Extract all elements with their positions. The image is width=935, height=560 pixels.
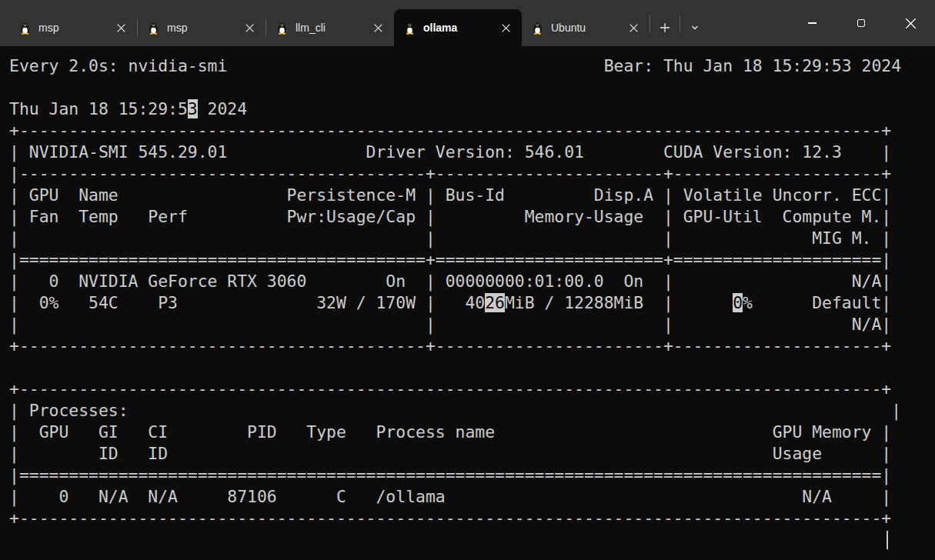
terminal-cursor [887, 531, 888, 549]
linux-tux-penguin-icon [18, 22, 32, 35]
plus-icon [660, 22, 670, 33]
tab-llm_cli[interactable]: llm_cli [266, 9, 394, 46]
terminal-line: | GPU GI CI PID Type Process name GPU Me… [9, 422, 935, 443]
terminal-line: | 0 NVIDIA GeForce RTX 3060 On | 0000000… [9, 271, 935, 292]
linux-tux-penguin-icon [403, 22, 416, 35]
diff-highlight: 0 [733, 293, 743, 312]
tab-label: llm_cli [296, 22, 362, 34]
terminal-line: | | | N/A| [9, 314, 935, 335]
tab-close-button[interactable] [241, 19, 258, 36]
linux-tux-penguin-icon [531, 22, 544, 35]
window-controls [787, 0, 935, 46]
terminal-line: | 0 N/A N/A 87106 C /ollama N/A | [9, 486, 935, 508]
tab-label: msp [167, 22, 234, 34]
terminal-line: | Fan Temp Perf Pwr:Usage/Cap | Memory-U… [9, 206, 935, 228]
watch-interval-command: Every 2.0s: nvidia-smi [9, 55, 227, 77]
tab-dropdown-button[interactable] [680, 9, 710, 46]
maximize-button[interactable] [836, 0, 886, 46]
close-icon [905, 18, 917, 29]
terminal-line: | NVIDIA-SMI 545.29.01 Driver Version: 5… [9, 142, 935, 163]
terminal-line [9, 77, 935, 98]
watch-header: Every 2.0s: nvidia-smi Bear: Thu Jan 18 … [9, 55, 901, 77]
tab-close-button[interactable] [625, 19, 642, 36]
terminal-line: | 0% 54C P3 32W / 170W | 4026MiB / 12288… [9, 292, 935, 314]
tab-msp[interactable]: msp [138, 9, 265, 46]
terminal-line: +---------------------------------------… [9, 378, 935, 400]
tab-ollama-active[interactable]: ollama [394, 9, 522, 46]
tab-close-button[interactable] [112, 19, 129, 36]
title-bar: msp msp llm_cli [0, 0, 935, 46]
diff-highlight: 3 [188, 99, 198, 118]
chevron-down-icon [690, 23, 700, 32]
cursor-line [9, 529, 935, 551]
terminal-line: +---------------------------------------… [9, 508, 935, 529]
tab-Ubuntu[interactable]: Ubuntu [522, 9, 649, 46]
terminal-window: msp msp llm_cli [0, 0, 935, 560]
terminal-line: | GPU Name Persistence-M | Bus-Id Disp.A… [9, 185, 935, 206]
terminal-line: |---------------------------------------… [9, 163, 935, 185]
new-tab-button[interactable] [650, 9, 680, 46]
diff-highlight: 26 [485, 293, 505, 312]
tab-msp[interactable]: msp [9, 9, 137, 46]
terminal-line: +---------------------------------------… [9, 120, 935, 142]
tab-label: Ubuntu [551, 22, 618, 34]
terminal-line: | ID ID Usage | [9, 443, 935, 465]
close-button[interactable] [886, 0, 935, 46]
linux-tux-penguin-icon [147, 22, 160, 35]
watch-host-timestamp: Bear: Thu Jan 18 15:29:53 2024 [604, 55, 901, 77]
terminal-line [9, 357, 935, 378]
terminal-pane[interactable]: Every 2.0s: nvidia-smi Bear: Thu Jan 18 … [0, 46, 935, 560]
terminal-lines: Thu Jan 18 15:29:53 2024+---------------… [9, 77, 935, 529]
terminal-line: +---------------------------------------… [9, 335, 935, 357]
terminal-line: | | | MIG M. | [9, 228, 935, 249]
terminal-line: | Processes: | [9, 400, 935, 422]
maximize-icon [857, 19, 865, 27]
tab-label: ollama [423, 22, 490, 34]
minimize-icon [808, 22, 816, 24]
minimize-button[interactable] [787, 0, 836, 46]
tab-label: msp [38, 22, 105, 34]
linux-tux-penguin-icon [275, 22, 289, 35]
tab-close-button[interactable] [497, 19, 514, 36]
tab-bar-tabs: msp msp llm_cli [9, 9, 649, 46]
tab-close-button[interactable] [369, 19, 386, 36]
terminal-line: Thu Jan 18 15:29:53 2024 [9, 98, 935, 120]
terminal-line: |=======================================… [9, 249, 935, 271]
terminal-line: |=======================================… [9, 465, 935, 486]
